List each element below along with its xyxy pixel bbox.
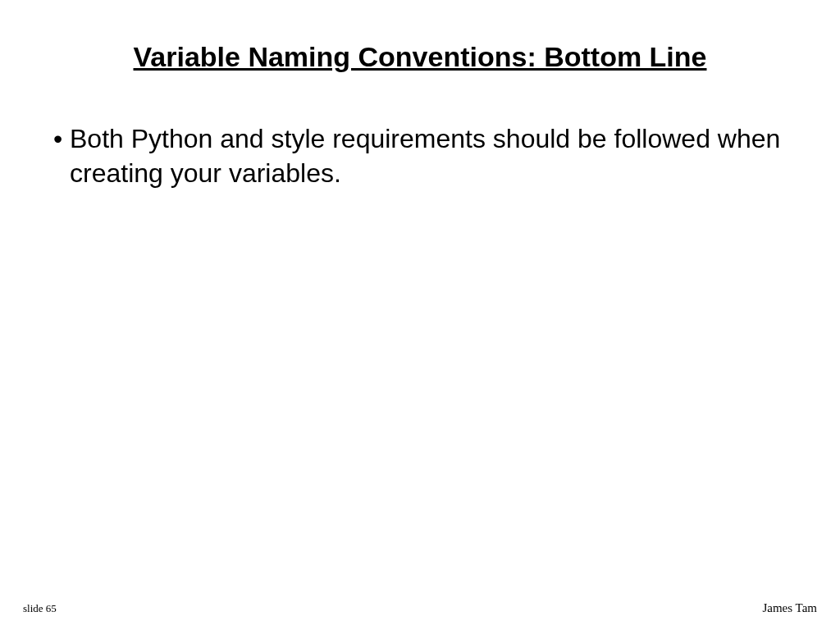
bullet-marker-icon: • bbox=[53, 122, 62, 157]
footer-author: James Tam bbox=[762, 601, 817, 615]
slide-title: Variable Naming Conventions: Bottom Line bbox=[0, 0, 840, 98]
slide-content: • Both Python and style requirements sho… bbox=[0, 98, 840, 190]
bullet-item: • Both Python and style requirements sho… bbox=[53, 122, 807, 190]
footer-slide-number: slide 65 bbox=[23, 602, 57, 615]
bullet-text: Both Python and style requirements shoul… bbox=[70, 124, 780, 188]
